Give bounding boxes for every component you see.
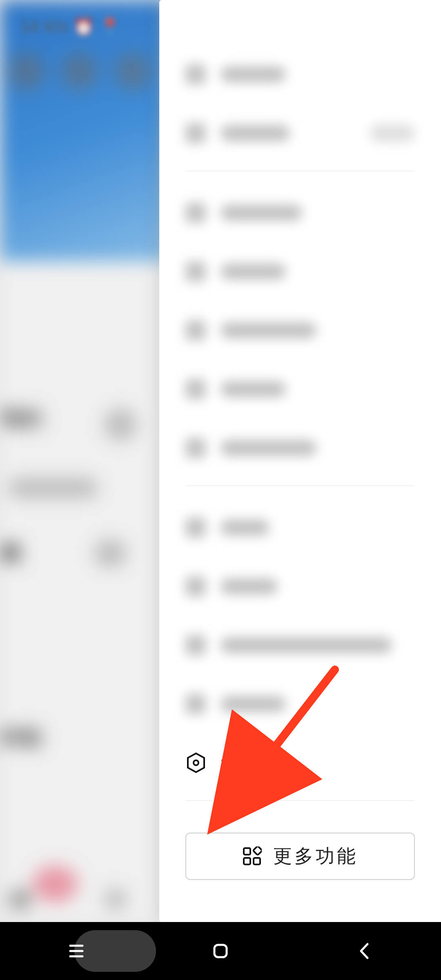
alarm-icon: ⏰: [74, 17, 94, 36]
menu-item[interactable]: [185, 616, 415, 675]
menu-item-icon: [185, 123, 206, 143]
more-functions-label: 更多功能: [273, 844, 358, 869]
svg-rect-5: [253, 846, 262, 855]
divider: [185, 171, 415, 171]
menu-item[interactable]: [185, 498, 415, 557]
divider: [185, 800, 415, 801]
location-icon: 📍: [100, 17, 120, 36]
menu-item-icon: [185, 517, 206, 538]
svg-rect-3: [244, 858, 250, 864]
menu-item-icon: [185, 635, 206, 655]
menu-item-icon: [185, 379, 206, 399]
bg-text: 藏: [0, 539, 21, 568]
screen: 我的 藏 的贴 消 14 K/s ⏰ 📍 Sat 5 ▮▮: [0, 0, 441, 980]
side-drawer: 设置 更多功能: [159, 0, 441, 922]
nav-home-button[interactable]: [210, 941, 231, 961]
menu-item[interactable]: [185, 675, 415, 733]
menu-item-icon: [185, 576, 206, 597]
menu-item-label: [220, 263, 286, 280]
menu-item-settings[interactable]: 设置: [185, 733, 415, 792]
bg-text: 的贴: [0, 723, 42, 751]
settings-icon: [185, 752, 207, 773]
menu-item[interactable]: [185, 557, 415, 616]
menu-item-label: [220, 381, 286, 397]
menu-item-settings-label: 设置: [221, 750, 259, 775]
menu-item-icon: [185, 320, 206, 341]
menu-item-label: [220, 440, 316, 456]
menu-item-label: [220, 125, 290, 141]
divider: [185, 486, 415, 486]
menu-item[interactable]: [185, 419, 415, 477]
system-nav-bar: [0, 922, 441, 980]
menu-item-label: [220, 66, 286, 82]
menu-item[interactable]: [185, 104, 415, 163]
menu-item[interactable]: [185, 45, 415, 104]
bg-text: 我的: [0, 404, 42, 433]
menu-item-icon: [185, 438, 206, 458]
svg-point-1: [194, 760, 198, 765]
nav-back-button[interactable]: [354, 941, 375, 961]
menu-item[interactable]: [185, 360, 415, 419]
nav-recents-highlight: [74, 930, 156, 972]
svg-marker-0: [188, 753, 204, 772]
menu-item-label: [220, 696, 286, 712]
menu-item-icon: [185, 261, 206, 282]
svg-rect-11: [214, 945, 227, 957]
menu-item-icon: [185, 203, 206, 223]
menu-item-badge: [370, 124, 415, 142]
menu-item-label: [220, 637, 392, 653]
svg-rect-4: [254, 858, 260, 864]
menu-item-label: [220, 578, 278, 595]
status-speed: K/s: [45, 18, 68, 36]
menu-item[interactable]: [185, 301, 415, 360]
more-functions-button[interactable]: 更多功能: [185, 833, 415, 880]
menu-item-icon: [185, 64, 206, 85]
menu-item[interactable]: [185, 242, 415, 301]
menu-item-label: [220, 322, 316, 339]
bg-text: 消: [8, 886, 29, 915]
menu-item-label: [220, 519, 270, 536]
menu-item[interactable]: [185, 183, 415, 242]
apps-grid-icon: [242, 846, 262, 866]
svg-rect-2: [244, 848, 250, 855]
status-time: 14: [20, 18, 39, 36]
menu-item-icon: [185, 694, 206, 714]
menu-item-label: [220, 205, 302, 221]
nav-recents-button[interactable]: [66, 941, 87, 961]
